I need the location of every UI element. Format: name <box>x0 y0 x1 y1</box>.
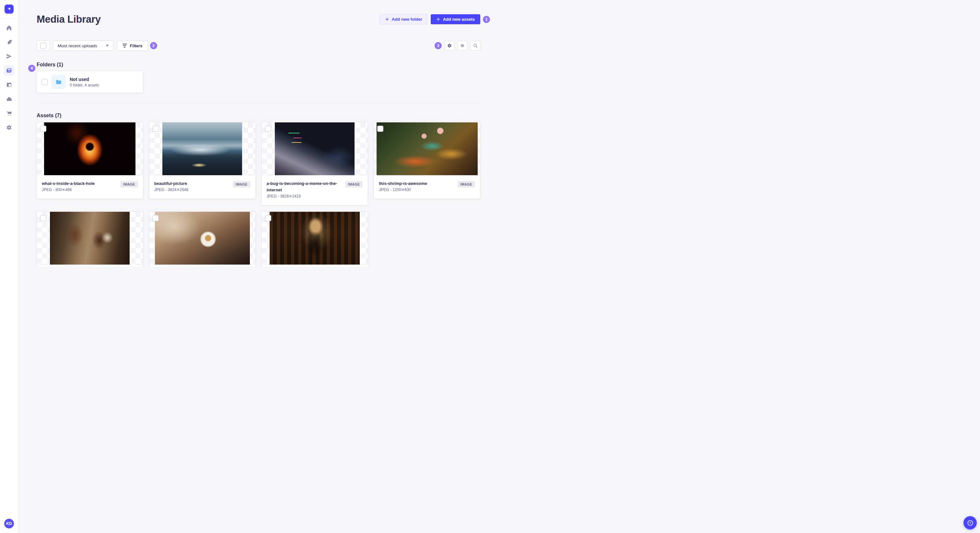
add-new-assets-button[interactable]: Add new assets <box>431 14 480 24</box>
asset-checkbox[interactable] <box>265 125 271 132</box>
send-icon <box>6 53 12 60</box>
sidebar-item-content[interactable] <box>4 37 14 47</box>
filters-button[interactable]: Filters <box>117 41 148 51</box>
asset-photo-laptop-code <box>275 122 355 175</box>
asset-card[interactable]: coffee-beans JPEG - 5021✕3347 IMAGE <box>37 211 143 266</box>
sidebar-item-releases[interactable] <box>4 51 14 62</box>
view-options: 3 <box>445 41 480 51</box>
chevron-down-icon <box>106 45 109 47</box>
asset-card[interactable]: beautiful-picture JPEG - 3824✕2548 IMAGE <box>149 122 256 199</box>
asset-type-badge: IMAGE <box>458 181 475 187</box>
asset-card[interactable]: this-shrimp-is-awesome JPEG - 1200✕630 I… <box>374 122 480 199</box>
asset-type-badge: IMAGE <box>345 181 363 187</box>
asset-checkbox[interactable] <box>153 215 159 221</box>
asset-thumbnail <box>150 212 255 265</box>
asset-thumbnail <box>374 122 480 176</box>
asset-text: this-shrimp-is-awesome JPEG - 1200✕630 <box>379 180 427 192</box>
strapi-logo-icon <box>6 6 12 12</box>
asset-photo-library-boy <box>270 212 360 265</box>
folders-grid: Not used 0 folder, 4 assets <box>37 71 480 93</box>
toolbar-left: Most recent uploads Filters 2 <box>37 40 148 51</box>
add-new-assets-label: Add new assets <box>443 17 475 22</box>
gear-icon <box>447 43 452 48</box>
folders-heading: Folders (1) <box>37 62 63 68</box>
folder-meta: 0 folder, 4 assets <box>70 83 99 87</box>
sidebar-item-deploy[interactable] <box>4 94 14 104</box>
asset-thumbnail <box>37 122 143 176</box>
select-all-checkbox[interactable] <box>40 43 46 49</box>
search-icon <box>473 43 478 48</box>
asset-card[interactable]: coffee-art JPEG - 5824✕3259 IMAGE <box>149 211 256 266</box>
sidebar-nav <box>4 23 14 133</box>
asset-card[interactable]: a-bug-is-becoming-a-meme-on-the-internet… <box>261 122 368 205</box>
folder-checkbox[interactable] <box>41 79 48 85</box>
settings-gear-icon <box>6 124 12 131</box>
asset-card[interactable]: what-s-inside-a-black-hole JPEG - 800✕46… <box>37 122 143 199</box>
asset-meta: JPEG - 3628✕2419 <box>267 194 342 198</box>
cart-icon <box>6 110 12 117</box>
assets-grid: what-s-inside-a-black-hole JPEG - 800✕46… <box>37 122 480 266</box>
asset-checkbox[interactable] <box>153 125 159 132</box>
asset-photo-black-hole <box>44 122 135 175</box>
tour-step-badge-3[interactable]: 3 <box>434 42 442 49</box>
folder-card[interactable]: Not used 0 folder, 4 assets <box>37 71 143 93</box>
asset-meta: JPEG - 3824✕2548 <box>154 187 188 192</box>
assets-heading: Assets (7) <box>37 113 480 119</box>
tour-step-badge-2[interactable]: 2 <box>150 42 157 49</box>
plus-icon <box>385 17 389 21</box>
add-new-folder-button[interactable]: Add new folder <box>380 14 428 24</box>
folder-name: Not used <box>70 77 99 82</box>
feather-icon <box>6 39 12 45</box>
sort-select-value: Most recent uploads <box>58 43 97 48</box>
asset-card[interactable]: the-internet-s-own-boy JPEG - 1200✕707 I… <box>261 211 368 266</box>
folder-text: Not used 0 folder, 4 assets <box>70 77 99 87</box>
sidebar-item-marketplace[interactable] <box>4 108 14 119</box>
asset-checkbox[interactable] <box>377 125 383 132</box>
sort-select[interactable]: Most recent uploads <box>53 40 113 51</box>
asset-photo-coffee-beans <box>50 212 130 265</box>
section-divider <box>37 103 480 103</box>
layout-icon <box>6 82 12 88</box>
cloud-icon <box>6 96 12 102</box>
sidebar-item-content-type-builder[interactable] <box>4 80 14 90</box>
asset-info: coffee-art JPEG - 5824✕3259 IMAGE <box>150 265 255 266</box>
page-title: Media Library <box>37 14 101 25</box>
strapi-logo[interactable] <box>5 5 14 14</box>
folder-tile <box>51 75 66 89</box>
folder-icon <box>55 78 62 86</box>
list-view-button[interactable] <box>458 41 467 51</box>
sidebar-item-media-library[interactable] <box>4 65 14 76</box>
sidebar-item-home[interactable] <box>4 23 14 33</box>
asset-info: beautiful-picture JPEG - 3824✕2548 IMAGE <box>150 176 255 198</box>
asset-info: the-internet-s-own-boy JPEG - 1200✕707 I… <box>262 265 368 266</box>
tour-step-badge-1[interactable]: 1 <box>483 16 490 23</box>
asset-text: a-bug-is-becoming-a-meme-on-the-internet… <box>267 180 342 198</box>
sidebar-divider <box>0 18 19 19</box>
asset-checkbox[interactable] <box>40 125 46 132</box>
asset-type-badge: IMAGE <box>233 181 250 187</box>
select-all-button[interactable] <box>37 40 49 51</box>
sidebar-item-settings[interactable] <box>4 122 14 133</box>
page-header: Media Library Add new folder Add new ass… <box>37 0 480 25</box>
asset-checkbox[interactable] <box>40 215 46 221</box>
asset-type-badge: IMAGE <box>120 181 138 187</box>
asset-thumbnail <box>37 212 143 265</box>
grid-settings-button[interactable] <box>445 41 454 51</box>
asset-title: what-s-inside-a-black-hole <box>42 180 95 187</box>
asset-meta: JPEG - 1200✕630 <box>379 187 427 192</box>
header-actions: Add new folder Add new assets 1 <box>380 14 480 24</box>
asset-photo-shrimp <box>377 122 478 175</box>
tour-step-badge-4[interactable]: 4 <box>28 65 35 72</box>
asset-thumbnail <box>150 122 255 176</box>
asset-photo-coffee-art <box>155 212 250 265</box>
search-button[interactable] <box>471 41 480 51</box>
asset-checkbox[interactable] <box>265 215 271 221</box>
home-icon <box>6 25 12 31</box>
asset-photo-mountains <box>162 122 242 175</box>
asset-meta: JPEG - 800✕466 <box>42 187 95 192</box>
asset-thumbnail <box>262 122 368 176</box>
add-new-folder-label: Add new folder <box>392 17 422 22</box>
filters-wrap: Filters 2 <box>117 41 148 51</box>
media-library-icon <box>6 67 12 74</box>
asset-info: a-bug-is-becoming-a-meme-on-the-internet… <box>262 176 368 205</box>
